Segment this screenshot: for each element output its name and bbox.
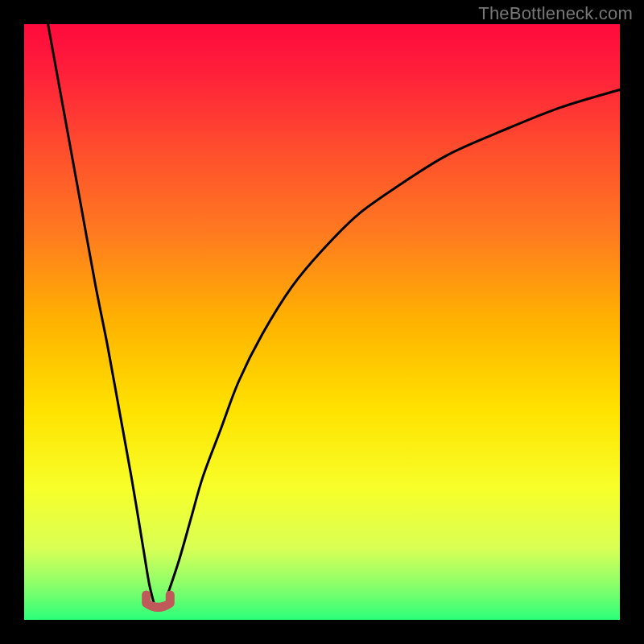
- chart-frame: TheBottleneck.com: [0, 0, 644, 644]
- bottleneck-chart: [0, 0, 644, 644]
- watermark-text: TheBottleneck.com: [478, 3, 633, 24]
- heatmap-background: [24, 24, 620, 620]
